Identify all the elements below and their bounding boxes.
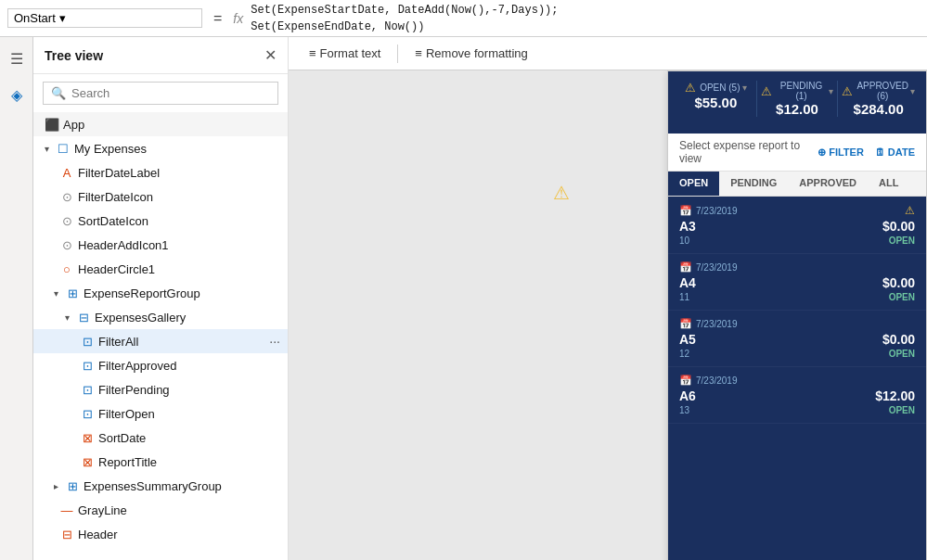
tree-item-filter-date-label[interactable]: A FilterDateLabel [33,160,288,185]
formula-bar: OnStart ▾ = fx Set(ExpenseStartDate, Dat… [0,0,927,37]
hamburger-icon[interactable]: ☰ [5,45,29,73]
expense-id-a4: 11 [679,292,689,302]
tree-item-filter-all[interactable]: ⊡ FilterAll ··· [33,329,288,353]
main-layout: ☰ ◈ Tree view ✕ 🔍 ⬛ App ··· ▾ ☐ My [0,37,927,560]
warning-icon-pending: ⚠ [761,84,772,98]
open-stat-value: $55.00 [679,95,753,110]
formula-dropdown-value: OnStart [14,11,56,25]
expense-status-a4: OPEN [889,292,915,302]
search-icon: 🔍 [51,86,66,100]
expense-item-a5[interactable]: 📅 7/23/2019 A5 $0.00 12 OPEN [668,311,926,367]
pending-stat-label: PENDING (1) [776,81,828,101]
expense-date-a6: 7/23/2019 [696,375,738,386]
expense-status-a3: OPEN [889,235,915,246]
expense-amount-a5: $0.00 [882,332,915,347]
filter-approved-icon: ⊡ [80,359,95,373]
gallery-icon: ⊟ [76,311,91,325]
tree-item-filter-open[interactable]: ⊡ FilterOpen [33,401,288,426]
tree-item-report-title[interactable]: ⊠ ReportTitle [33,450,288,474]
tab-pending[interactable]: PENDING [719,172,788,196]
remove-formatting-button[interactable]: ≡ Remove formatting [406,43,536,64]
formula-dropdown[interactable]: OnStart ▾ [7,8,202,28]
tree-item-sort-date[interactable]: ⊠ SortDate [33,426,288,450]
tree-item-my-expenses[interactable]: ▾ ☐ My Expenses [33,136,288,160]
stat-open: ⚠ OPEN (5) ▾ $55.00 [679,81,753,117]
expand-icon: ▸ [50,481,61,491]
expense-amount-a3: $0.00 [882,219,915,234]
tree-item-sort-date-icon[interactable]: ⊙ SortDateIcon [33,209,288,233]
left-rail: ☰ ◈ [0,37,33,560]
tree-item-filter-pending[interactable]: ⊡ FilterPending [33,377,288,401]
expense-id-a6: 13 [679,405,689,415]
toolbar-separator [397,45,398,63]
tab-bar: OPEN PENDING APPROVED ALL [668,172,926,197]
tree-item-header[interactable]: ⊟ Header [33,522,288,546]
filter-button[interactable]: ⊕ FILTER [818,146,864,159]
phone-header: ⚠ OPEN (5) ▾ $55.00 ⚠ PENDING (1) [668,71,926,134]
circle-icon: ○ [59,262,74,276]
pending-stat-value: $12.00 [761,101,834,117]
date-button[interactable]: 🗓 DATE [875,146,915,159]
expense-date-row-a5: 📅 7/23/2019 [679,318,915,330]
pending-stat-row: ⚠ PENDING (1) ▾ [761,81,834,101]
format-text-button[interactable]: ≡ Format text [300,43,390,64]
filter-bar: Select expense report to view ⊕ FILTER 🗓… [668,134,926,172]
my-expenses-label: My Expenses [74,142,280,156]
expense-id-a3: 10 [679,235,689,246]
expense-main-row-a4: A4 $0.00 [679,275,915,290]
phone-frame: ⚠ OPEN (5) ▾ $55.00 ⚠ PENDING (1) [667,70,927,560]
tree-item-filter-approved[interactable]: ⊡ FilterApproved [33,353,288,377]
more-icon[interactable]: ··· [269,334,280,349]
summary-group-icon: ⊞ [65,479,80,493]
expand-icon: ▾ [50,288,61,299]
expense-item-a6[interactable]: 📅 7/23/2019 A6 $12.00 13 OPEN [668,367,926,424]
expense-footer-a6: 13 OPEN [679,405,915,415]
label-icon: A [59,166,74,180]
warning-icon-a3: ⚠ [905,204,915,217]
expense-main-row-a5: A5 $0.00 [679,332,915,347]
expense-footer-a3: 10 OPEN [679,235,915,246]
sidebar: Tree view ✕ 🔍 ⬛ App ··· ▾ ☐ My Expenses [33,37,289,560]
search-input[interactable] [71,86,270,100]
tab-open[interactable]: OPEN [668,172,719,196]
tree-item-expenses-summary-group[interactable]: ▸ ⊞ ExpensesSummaryGroup [33,474,288,498]
expense-date-row-a4: 📅 7/23/2019 [679,261,915,274]
remove-formatting-icon: ≡ [415,46,422,60]
filter-pending-icon: ⊡ [80,383,95,397]
formula-line-2[interactable]: Set(ExpenseEndDate, Now()) [251,19,920,35]
tree-item-expense-report-group[interactable]: ▾ ⊞ ExpenseReportGroup [33,281,288,305]
tree-item-header-circle1[interactable]: ○ HeaderCircle1 [33,257,288,281]
expense-name-a4: A4 [679,275,696,290]
header-icon: ⊟ [59,528,74,541]
chevron-approved: ▾ [910,86,915,96]
app-icon: ⬛ [45,118,59,132]
formula-line-1[interactable]: Set(ExpenseStartDate, DateAdd(Now(),-7,D… [251,2,920,19]
expense-item-a4[interactable]: 📅 7/23/2019 A4 $0.00 11 OPEN [668,254,926,311]
approved-stat-value: $284.00 [842,101,915,117]
tab-all[interactable]: ALL [868,172,909,196]
expense-item-a3[interactable]: 📅 7/23/2019 ⚠ A3 $0.00 10 OPEN [668,197,926,254]
approved-stat-label: APPROVED (6) [856,81,908,101]
icon-icon: ⊙ [59,190,74,204]
sidebar-header: Tree view ✕ [33,37,288,74]
expense-date-a5: 7/23/2019 [696,319,738,329]
sidebar-title: Tree view [45,48,103,63]
tree-item-app[interactable]: ⬛ App ··· [33,112,288,136]
chevron-down-icon: ▾ [59,11,66,25]
layers-icon[interactable]: ◈ [6,81,28,109]
stat-divider-2 [837,81,838,117]
expand-icon: ▾ [61,312,72,323]
calendar-icon-a3: 📅 [679,205,692,217]
tree-item-header-add-icon1[interactable]: ⊙ HeaderAddIcon1 [33,233,288,257]
tab-approved[interactable]: APPROVED [788,172,868,196]
expense-amount-a4: $0.00 [882,275,915,290]
stat-divider-1 [756,81,757,117]
expense-amount-a6: $12.00 [875,388,915,403]
warning-icon-approved: ⚠ [842,84,853,98]
tree-item-gray-line[interactable]: — GrayLine [33,498,288,522]
expense-list: 📅 7/23/2019 ⚠ A3 $0.00 10 OPEN [668,197,926,560]
close-icon[interactable]: ✕ [264,46,277,64]
expense-date-row-a3: 📅 7/23/2019 ⚠ [679,204,915,217]
tree-item-filter-date-icon[interactable]: ⊙ FilterDateIcon [33,185,288,209]
tree-item-expenses-gallery[interactable]: ▾ ⊟ ExpensesGallery [33,305,288,329]
